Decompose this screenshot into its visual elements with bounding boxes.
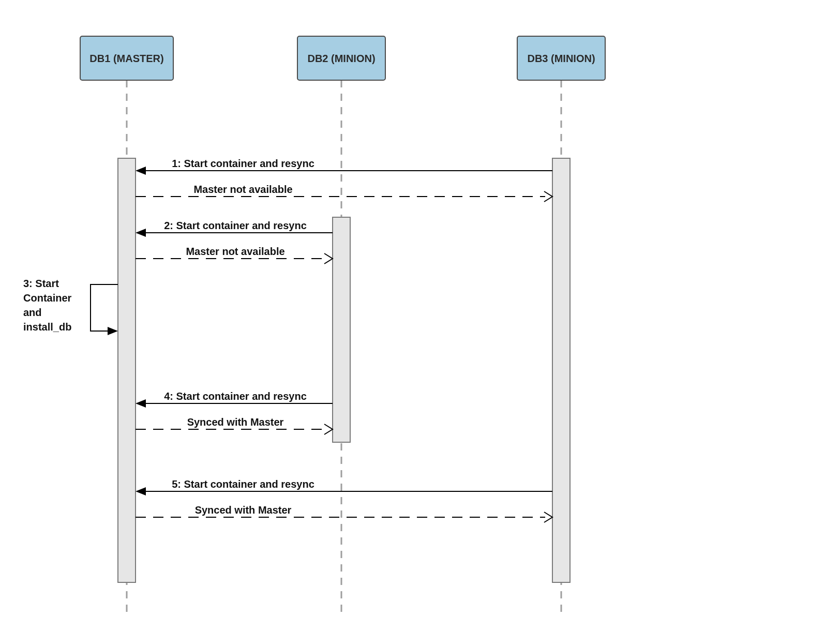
reply-4-label: Synced with Master xyxy=(187,416,284,428)
message-5-label: 5: Start container and resync xyxy=(172,478,314,490)
participant-db3: DB3 (MINION) xyxy=(517,36,605,80)
message-4: 4: Start container and resync xyxy=(136,390,333,408)
message-3: 3: Start Container and install_db xyxy=(23,278,118,335)
participant-db2-label: DB2 (MINION) xyxy=(307,53,375,64)
message-1: 1: Start container and resync xyxy=(136,158,552,175)
message-3-label-line3: and xyxy=(23,307,42,318)
message-2-label: 2: Start container and resync xyxy=(164,220,307,231)
participant-db1-label: DB1 (MASTER) xyxy=(89,53,163,64)
message-4-label: 4: Start container and resync xyxy=(164,390,307,402)
reply-2: Master not available xyxy=(136,246,333,264)
message-2: 2: Start container and resync xyxy=(136,220,333,237)
svg-marker-7 xyxy=(136,229,146,237)
message-3-label-line4: install_db xyxy=(23,321,71,333)
reply-5: Synced with Master xyxy=(136,504,552,522)
reply-1-label: Master not available xyxy=(193,184,292,195)
message-3-label-line1: 3: Start xyxy=(23,278,59,289)
sequence-diagram: DB1 (MASTER) DB2 (MINION) DB3 (MINION) 1… xyxy=(0,0,840,631)
reply-2-label: Master not available xyxy=(186,246,284,257)
activation-db3 xyxy=(552,158,570,582)
svg-marker-11 xyxy=(136,399,146,408)
svg-marker-9 xyxy=(108,327,118,335)
message-3-label-line2: Container xyxy=(23,292,72,304)
svg-marker-14 xyxy=(136,487,146,495)
reply-1: Master not available xyxy=(136,184,552,202)
message-1-label: 1: Start container and resync xyxy=(172,158,314,169)
activation-db2 xyxy=(333,217,350,442)
svg-marker-4 xyxy=(136,167,146,175)
reply-5-label: Synced with Master xyxy=(195,504,292,516)
message-5: 5: Start container and resync xyxy=(136,478,552,495)
participant-db2: DB2 (MINION) xyxy=(297,36,385,80)
activation-db1 xyxy=(118,158,136,582)
reply-4: Synced with Master xyxy=(136,416,333,434)
participant-db1: DB1 (MASTER) xyxy=(80,36,173,80)
participant-db3-label: DB3 (MINION) xyxy=(527,53,595,64)
